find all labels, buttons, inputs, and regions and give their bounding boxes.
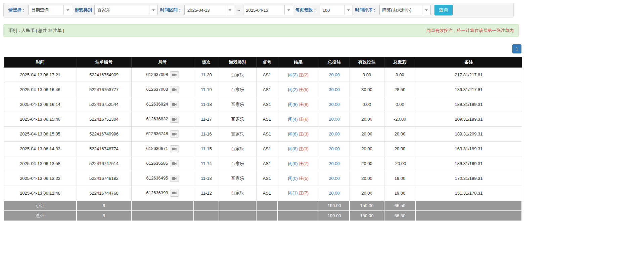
- total-bet-link[interactable]: 30.00: [329, 87, 340, 92]
- date-from-input[interactable]: [185, 5, 226, 15]
- replay-button[interactable]: [170, 145, 179, 152]
- total-bet-link[interactable]: 20.00: [329, 102, 340, 107]
- cell-payout: 19.00: [384, 186, 416, 201]
- summary-bar: 币别：人民币 | 总共 :9 注单 | 同局有效投注，统一计算在该局第一张注单内: [3, 24, 519, 37]
- video-replay-icon: [172, 177, 177, 180]
- replay-button[interactable]: [170, 71, 179, 78]
- cell-valid-bet: 20.00: [350, 127, 384, 142]
- cell-session: 11-12: [194, 186, 219, 201]
- grand-total-total-bet: 190.00: [319, 211, 350, 221]
- result-player: 闲(0): [288, 176, 298, 181]
- cell-total-bet: 20.00: [319, 127, 350, 142]
- cell-result: 闲(4) 庄(6): [278, 112, 319, 127]
- total-bet-link[interactable]: 20.00: [329, 117, 340, 122]
- cell-session: 11-19: [194, 82, 219, 97]
- page-1-button[interactable]: 1: [512, 44, 521, 53]
- cell-bet-id: 522416754909: [77, 68, 131, 82]
- replay-button[interactable]: [170, 101, 179, 108]
- game-type-dropdown-button[interactable]: [149, 5, 157, 15]
- result-banker: 庄(3): [299, 131, 309, 136]
- select-type-combobox: [28, 5, 72, 15]
- total-bet-link[interactable]: 20.00: [329, 161, 340, 166]
- cell-bet-id: 522416747514: [77, 156, 131, 171]
- cell-time: 2025-04-13 06:12:46: [4, 186, 77, 201]
- cell-payout: 0.00: [384, 68, 416, 82]
- total-bet-link[interactable]: 20.00: [329, 176, 340, 181]
- result-player: 闲(8): [288, 146, 298, 151]
- cell-table-no: AS1: [256, 68, 278, 82]
- cell-result: 闲(9) 庄(7): [278, 156, 319, 171]
- date-to-input[interactable]: [243, 5, 284, 15]
- replay-button[interactable]: [170, 190, 179, 197]
- header-time: 时间: [4, 57, 77, 68]
- bet-records-table: 时间 注单编号 局号 场次 游戏类别 桌号 结果 总投注 有效投注 总派彩 备注…: [3, 57, 522, 221]
- cell-remark: 189.31/209.31: [416, 127, 522, 142]
- game-type-input[interactable]: [95, 5, 149, 15]
- per-page-dropdown-button[interactable]: [344, 5, 353, 15]
- date-from-picker: [184, 5, 234, 15]
- time-sort-dropdown-button[interactable]: [422, 5, 430, 15]
- subtotal-valid-bet: 150.00: [350, 201, 384, 211]
- cell-remark: 170.31/189.31: [416, 171, 522, 186]
- cell-round-id: 612636671: [131, 142, 194, 156]
- round-id-text: 612636924: [146, 102, 168, 107]
- cell-round-id: 612636748: [131, 127, 194, 142]
- total-bet-link[interactable]: 20.00: [329, 146, 340, 151]
- cell-game: 百家乐: [219, 68, 256, 82]
- game-type-label: 游戏类别: [75, 7, 92, 13]
- cell-total-bet: 30.00: [319, 82, 350, 97]
- time-sort-input[interactable]: [380, 5, 422, 15]
- total-bet-link[interactable]: 20.00: [329, 131, 340, 136]
- result-player: 闲(4): [288, 117, 298, 122]
- table-row: 2025-04-13 06:17:21 522416754909 6126370…: [4, 68, 522, 82]
- header-game: 游戏类别: [219, 57, 256, 68]
- table-row: 2025-04-13 06:14:33 522416748774 6126366…: [4, 142, 522, 156]
- video-replay-icon: [172, 73, 177, 77]
- replay-button[interactable]: [170, 116, 179, 123]
- total-bet-link[interactable]: 20.00: [329, 72, 340, 77]
- replay-button[interactable]: [170, 160, 179, 167]
- header-bet-id: 注单编号: [77, 57, 131, 68]
- query-button[interactable]: 查询: [434, 5, 453, 15]
- cell-table-no: AS1: [256, 171, 278, 186]
- total-bet-link[interactable]: 20.00: [329, 191, 340, 196]
- header-result: 结果: [278, 57, 319, 68]
- time-sort-label: 时间排序：: [355, 7, 377, 13]
- cell-table-no: AS1: [256, 127, 278, 142]
- round-id-text: 612637003: [146, 87, 168, 92]
- cell-valid-bet: 20.00: [350, 142, 384, 156]
- replay-button[interactable]: [170, 130, 179, 138]
- select-type-input[interactable]: [29, 5, 63, 15]
- cell-game: 百家乐: [219, 127, 256, 142]
- cell-game: 百家乐: [219, 156, 256, 171]
- cell-valid-bet: 20.00: [350, 186, 384, 201]
- cell-session: 11-18: [194, 97, 219, 112]
- cell-time: 2025-04-13 06:17:21: [4, 68, 77, 82]
- video-replay-icon: [172, 132, 177, 136]
- header-table-no: 桌号: [256, 57, 278, 68]
- range-separator: ~: [237, 8, 241, 13]
- date-to-dropdown-button[interactable]: [284, 5, 293, 15]
- cell-remark: 151.31/170.31: [416, 186, 522, 201]
- result-banker: 庄(3): [299, 146, 309, 151]
- cell-session: 11-16: [194, 127, 219, 142]
- round-id-text: 612636748: [146, 131, 168, 136]
- result-player: 闲(2): [288, 87, 298, 92]
- replay-button[interactable]: [170, 175, 179, 182]
- cell-payout: 0.00: [384, 97, 416, 112]
- game-type-combobox: [94, 5, 158, 15]
- video-replay-icon: [172, 103, 177, 106]
- cell-time: 2025-04-13 06:16:14: [4, 97, 77, 112]
- replay-button[interactable]: [170, 86, 179, 93]
- cell-result: 闲(6) 庄(3): [278, 127, 319, 142]
- header-round-id: 局号: [131, 57, 194, 68]
- cell-session: 11-20: [194, 68, 219, 82]
- per-page-input[interactable]: [320, 5, 344, 15]
- table-row: 2025-04-13 06:13:58 522416747514 6126365…: [4, 156, 522, 171]
- date-from-dropdown-button[interactable]: [226, 5, 234, 15]
- cell-bet-id: 522416751304: [77, 112, 131, 127]
- grand-total-count: 9: [77, 211, 131, 221]
- cell-game: 百家乐: [219, 97, 256, 112]
- cell-total-bet: 20.00: [319, 186, 350, 201]
- select-type-dropdown-button[interactable]: [63, 5, 72, 15]
